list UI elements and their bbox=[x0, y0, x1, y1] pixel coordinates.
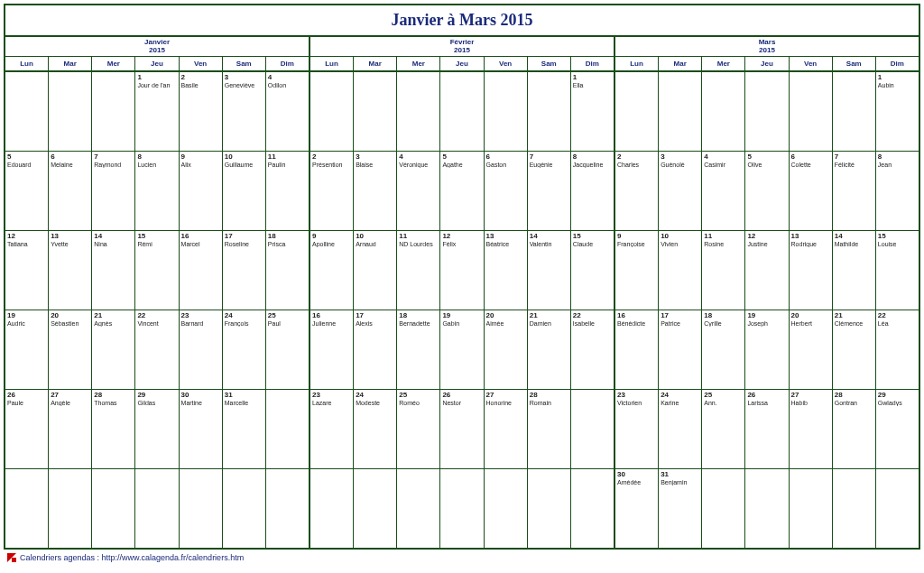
day-cell: 24Karine bbox=[658, 390, 701, 468]
day-number: 22 bbox=[878, 312, 917, 319]
day-number: 11 bbox=[268, 153, 307, 161]
day-number: 24 bbox=[356, 392, 394, 399]
day-cell: 9Françoise bbox=[615, 231, 658, 310]
day-cell: 11Rosine bbox=[701, 231, 744, 310]
weeks: 1Aubin2Charles3Guénolé4Casimir5Olive6Col… bbox=[615, 72, 919, 548]
day-number: 14 bbox=[94, 233, 133, 240]
day-number: 25 bbox=[704, 392, 743, 399]
day-number: 10 bbox=[661, 233, 699, 240]
dow-cell: Mar bbox=[353, 57, 396, 70]
day-number: 14 bbox=[530, 233, 568, 240]
day-cell: 30Amédée bbox=[615, 469, 658, 548]
day-cell: 23Barnard bbox=[179, 310, 222, 389]
day-saint: Gwladys bbox=[878, 400, 917, 407]
day-cell bbox=[570, 390, 614, 468]
day-number: 30 bbox=[181, 392, 220, 399]
dow-row: LunMarMerJeuVenSamDim bbox=[310, 56, 614, 72]
day-number: 6 bbox=[51, 153, 89, 161]
day-saint: Basile bbox=[181, 82, 220, 89]
day-saint: Lazare bbox=[312, 400, 351, 407]
day-saint: Habib bbox=[791, 400, 830, 407]
day-cell: 15Claude bbox=[570, 231, 614, 310]
day-saint: Agathe bbox=[442, 162, 481, 169]
day-number: 8 bbox=[573, 153, 612, 161]
footer: Calendriers agendas : http://www.calagen… bbox=[4, 550, 920, 564]
month-header: Février2015 bbox=[310, 37, 614, 56]
day-number: 20 bbox=[486, 312, 525, 319]
day-cell: 6Gaston bbox=[484, 152, 527, 230]
day-cell bbox=[615, 72, 658, 151]
day-saint: Rodrigue bbox=[791, 241, 830, 248]
day-cell: 24François bbox=[222, 310, 265, 389]
week-row: 30Amédée31Benjamin bbox=[615, 469, 919, 548]
day-number: 15 bbox=[573, 233, 612, 240]
day-number: 3 bbox=[661, 153, 699, 161]
day-number: 23 bbox=[181, 312, 220, 319]
day-saint: Eugénie bbox=[530, 162, 568, 169]
day-number: 12 bbox=[7, 233, 46, 240]
day-cell: 31Benjamin bbox=[658, 469, 701, 548]
day-cell: 18Prisca bbox=[265, 231, 309, 310]
week-row: 23Victorien24Karine25Ann.26Larissa27Habi… bbox=[615, 390, 919, 469]
day-cell: 28Romain bbox=[527, 390, 570, 468]
day-cell bbox=[570, 469, 614, 548]
week-row: 1Ella bbox=[310, 72, 614, 152]
day-saint: Tatiana bbox=[7, 241, 46, 248]
day-number: 15 bbox=[878, 233, 917, 240]
day-number: 5 bbox=[7, 153, 46, 161]
footer-text: Calendriers agendas : http://www.calagen… bbox=[20, 553, 244, 562]
day-cell: 21Clémence bbox=[832, 310, 875, 389]
week-row: 2Charles3Guénolé4Casimir5Olive6Colette7F… bbox=[615, 152, 919, 231]
day-saint: Damien bbox=[530, 320, 568, 328]
day-saint: Bénédicte bbox=[617, 320, 656, 328]
day-number: 27 bbox=[791, 392, 830, 399]
day-cell bbox=[527, 469, 570, 548]
day-cell: 14Mathilde bbox=[832, 231, 875, 310]
week-row bbox=[310, 469, 614, 548]
day-cell: 3Blaise bbox=[353, 152, 396, 230]
day-cell: 1Jour de l'an bbox=[134, 72, 178, 151]
day-number: 30 bbox=[617, 471, 656, 478]
dow-cell: Dim bbox=[875, 57, 919, 70]
dow-cell: Mer bbox=[701, 57, 744, 70]
day-cell: 17Roseline bbox=[222, 231, 265, 310]
day-saint: Ella bbox=[573, 82, 612, 89]
day-saint: Claude bbox=[573, 241, 612, 248]
week-row: 1Aubin bbox=[615, 72, 919, 152]
day-cell: 17Alexis bbox=[353, 310, 396, 389]
day-cell: 2Charles bbox=[615, 152, 658, 230]
day-saint: Herbert bbox=[791, 320, 830, 328]
day-saint: Casimir bbox=[704, 162, 743, 169]
day-number: 20 bbox=[51, 312, 89, 319]
day-cell bbox=[701, 72, 744, 151]
day-saint: Béatrice bbox=[486, 241, 525, 248]
day-number: 22 bbox=[137, 312, 176, 319]
day-cell: 28Gontran bbox=[832, 390, 875, 468]
day-saint: Roseline bbox=[225, 241, 263, 248]
dow-cell: Ven bbox=[179, 57, 222, 70]
day-number: 9 bbox=[181, 153, 220, 161]
day-saint: Guillaume bbox=[225, 162, 263, 169]
day-saint: Bernadette bbox=[399, 320, 438, 328]
day-cell bbox=[179, 469, 222, 548]
weeks: 1Ella2Présention3Blaise4Véronique5Agathe… bbox=[310, 72, 614, 548]
day-cell bbox=[353, 469, 396, 548]
day-cell bbox=[527, 72, 570, 151]
day-saint: Jean bbox=[878, 162, 917, 169]
day-cell: 13Béatrice bbox=[484, 231, 527, 310]
day-cell: 11ND Lourdes bbox=[396, 231, 439, 310]
day-number: 5 bbox=[747, 153, 786, 161]
month-year: 2015 bbox=[615, 47, 919, 55]
day-number: 19 bbox=[747, 312, 786, 319]
month-year: 2015 bbox=[310, 47, 614, 55]
dow-cell: Mer bbox=[396, 57, 439, 70]
month-février: Février2015LunMarMerJeuVenSamDim1Ella2Pr… bbox=[309, 37, 614, 548]
day-saint: Vivien bbox=[661, 241, 699, 248]
day-saint: Véronique bbox=[399, 162, 438, 169]
day-cell: 28Thomas bbox=[91, 390, 134, 468]
day-number: 26 bbox=[442, 392, 481, 399]
day-cell: 7Raymond bbox=[91, 152, 134, 230]
day-number: 27 bbox=[486, 392, 525, 399]
day-number: 6 bbox=[486, 153, 525, 161]
day-cell bbox=[484, 72, 527, 151]
